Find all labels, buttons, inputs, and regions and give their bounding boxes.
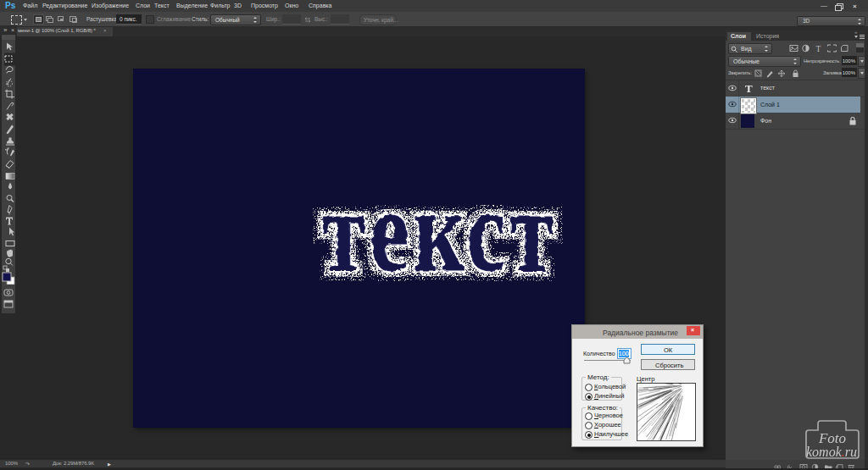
svg-text:komok.ru: komok.ru [806,445,857,459]
svg-text:»: » [3,26,8,34]
svg-text:T: T [816,45,821,53]
svg-text:T: T [745,82,753,95]
svg-text:текст: текст [322,166,558,296]
svg-text:×: × [11,27,14,33]
